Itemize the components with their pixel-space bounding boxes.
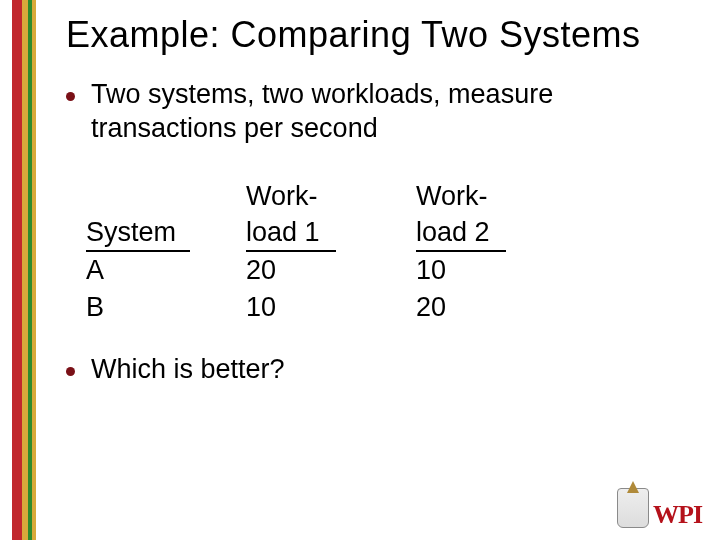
table-header-workload2: Work-load 2 bbox=[416, 178, 586, 253]
bullet-text: Two systems, two workloads, measure tran… bbox=[91, 78, 651, 146]
bullet-list: Which is better? bbox=[66, 353, 696, 387]
table-row: A 20 10 bbox=[86, 252, 696, 288]
bullet-list: Two systems, two workloads, measure tran… bbox=[66, 78, 696, 146]
cell-w1: 20 bbox=[246, 252, 416, 288]
cell-w1: 10 bbox=[246, 289, 416, 325]
slide-title: Example: Comparing Two Systems bbox=[66, 14, 696, 56]
table-header-workload1: Work-load 1 bbox=[246, 178, 416, 253]
bullet-text: Which is better? bbox=[91, 353, 285, 387]
table-header-system: System bbox=[86, 178, 246, 253]
bullet-dot-icon bbox=[66, 92, 75, 101]
cell-w2: 10 bbox=[416, 252, 586, 288]
cell-w2: 20 bbox=[416, 289, 586, 325]
cell-system: B bbox=[86, 289, 246, 325]
bullet-dot-icon bbox=[66, 367, 75, 376]
cell-system: A bbox=[86, 252, 246, 288]
comparison-table: System Work-load 1 Work-load 2 A 20 10 B… bbox=[86, 178, 696, 326]
left-accent-stripe bbox=[0, 0, 40, 540]
table-header-row: System Work-load 1 Work-load 2 bbox=[86, 178, 696, 253]
wpi-seal-icon bbox=[617, 488, 649, 528]
bullet-item: Which is better? bbox=[66, 353, 696, 387]
slide-body: Example: Comparing Two Systems Two syste… bbox=[48, 14, 696, 526]
wpi-logo: WPI bbox=[617, 488, 702, 528]
wpi-wordmark: WPI bbox=[653, 502, 702, 528]
bullet-item: Two systems, two workloads, measure tran… bbox=[66, 78, 696, 146]
table-row: B 10 20 bbox=[86, 289, 696, 325]
